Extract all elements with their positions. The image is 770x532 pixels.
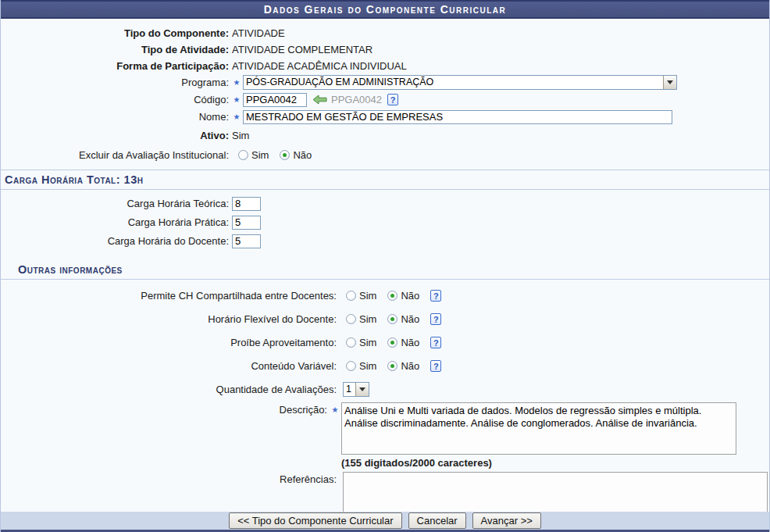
quantidade-avaliacoes-label: Quantidade de Avaliações:: [1, 384, 337, 395]
descricao-char-counter: (155 digitados/2000 caracteres): [341, 457, 769, 469]
excluir-avaliacao-label: Excluir da Avaliação Institucional:: [1, 149, 229, 161]
cancel-button[interactable]: Cancelar: [408, 512, 466, 529]
proibe-aproveitamento-radio-nao-label: Não: [401, 337, 419, 348]
programa-label: Programa:: [1, 77, 229, 88]
ch-pratica-input[interactable]: [232, 216, 261, 230]
field-tipo-componente: Tipo do Componente: ATIVIDADE: [1, 26, 769, 41]
field-proibe-aproveitamento: Proíbe Aproveitamento: Sim Não ?: [1, 335, 769, 350]
excluir-avaliacao-radio-nao[interactable]: [280, 150, 290, 160]
field-ch-pratica: Carga Horária Prática:: [1, 215, 769, 230]
field-ch-docente: Carga Horária do Docente:: [1, 234, 769, 248]
footer-action-bar: << Tipo do Componente Curricular Cancela…: [1, 512, 769, 532]
horario-flexivel-radio-sim[interactable]: [346, 314, 356, 324]
field-codigo: Código: ★ PPGA0042 ?: [1, 92, 769, 107]
conteudo-variavel-radio-nao[interactable]: [387, 361, 397, 371]
chevron-down-icon: [359, 387, 365, 391]
tipo-atividade-value: ATIVIDADE COMPLEMENTAR: [232, 44, 373, 55]
field-permite-ch-compartilhada: Permite CH Compartilhada entre Docentes:…: [1, 288, 769, 303]
help-icon[interactable]: ?: [387, 94, 398, 105]
conteudo-variavel-radio-sim[interactable]: [346, 361, 356, 371]
advance-button[interactable]: Avançar >>: [472, 512, 541, 529]
programa-selected-value: PÓS-GRADUAÇÃO EM ADMINISTRAÇÃO: [244, 76, 663, 89]
section-carga-horaria-title: Carga Horária Total: 13h: [1, 170, 769, 190]
forma-participacao-value: ATIVIDADE ACADÊMICA INDIVIDUAL: [232, 60, 407, 72]
horario-flexivel-radio-sim-label: Sim: [359, 313, 376, 325]
help-icon[interactable]: ?: [430, 360, 441, 372]
excluir-avaliacao-radio-sim[interactable]: [238, 150, 248, 160]
descricao-textarea[interactable]: Análise Uni e Multi variada de dados. Mo…: [341, 402, 736, 455]
field-quantidade-avaliacoes: Quantidade de Avaliações: 1: [1, 382, 769, 397]
ch-docente-label: Carga Horária do Docente:: [1, 235, 229, 247]
ch-teorica-label: Carga Horária Teórica:: [1, 198, 229, 209]
field-descricao: Descrição: ★ Análise Uni e Multi variada…: [1, 402, 769, 455]
forma-participacao-label: Forma de Participação:: [1, 60, 229, 72]
page-title: Dados Gerais do Componente Curricular: [1, 0, 769, 19]
referencias-label: Referências:: [1, 472, 337, 485]
back-tipo-componente-button[interactable]: << Tipo do Componente Curricular: [229, 512, 401, 529]
required-star-icon: ★: [330, 402, 340, 414]
help-icon[interactable]: ?: [430, 313, 441, 325]
ativo-value: Sim: [232, 130, 249, 141]
codigo-suggestion: PPGA0042: [331, 94, 382, 105]
required-star-icon: ★: [232, 78, 241, 87]
codigo-input[interactable]: [243, 93, 307, 107]
ch-pratica-label: Carga Horária Prática:: [1, 216, 229, 228]
field-nome: Nome: ★: [1, 109, 769, 124]
component-form: Tipo do Componente: ATIVIDADE Tipo de At…: [1, 19, 769, 527]
excluir-avaliacao-radio-sim-label: Sim: [251, 149, 269, 161]
arrow-left-icon: [312, 95, 327, 105]
chevron-down-icon: [667, 80, 673, 84]
permite-ch-radio-nao-label: Não: [401, 290, 419, 302]
field-conteudo-variavel: Conteúdo Variável: Sim Não ?: [1, 359, 769, 373]
programa-select[interactable]: PÓS-GRADUAÇÃO EM ADMINISTRAÇÃO: [243, 75, 677, 90]
descricao-label: Descrição:: [1, 402, 327, 416]
horario-flexivel-label: Horário Flexível do Docente:: [1, 313, 337, 325]
quantidade-avaliacoes-value: 1: [344, 383, 355, 396]
programa-dropdown-button[interactable]: [663, 76, 676, 89]
conteudo-variavel-label: Conteúdo Variável:: [1, 360, 337, 372]
ativo-label: Ativo:: [1, 130, 229, 141]
permite-ch-label: Permite CH Compartilhada entre Docentes:: [1, 290, 337, 302]
tipo-componente-value: ATIVIDADE: [232, 27, 285, 39]
field-forma-participacao: Forma de Participação: ATIVIDADE ACADÊMI…: [1, 59, 769, 73]
field-ativo: Ativo: Sim: [1, 128, 769, 143]
conteudo-variavel-radio-nao-label: Não: [401, 360, 419, 372]
field-horario-flexivel: Horário Flexível do Docente: Sim Não ?: [1, 312, 769, 327]
permite-ch-radio-sim-label: Sim: [359, 290, 376, 302]
permite-ch-radio-sim[interactable]: [346, 291, 356, 301]
horario-flexivel-radio-nao[interactable]: [387, 314, 397, 324]
required-star-icon: ★: [232, 95, 241, 104]
proibe-aproveitamento-radio-nao[interactable]: [387, 337, 397, 348]
excluir-avaliacao-radio-nao-label: Não: [293, 149, 312, 161]
ch-teorica-input[interactable]: [232, 197, 261, 211]
tipo-componente-label: Tipo do Componente:: [1, 27, 229, 39]
horario-flexivel-radio-nao-label: Não: [401, 313, 419, 325]
field-programa: Programa: ★ PÓS-GRADUAÇÃO EM ADMINISTRAÇ…: [1, 75, 769, 90]
help-icon[interactable]: ?: [430, 337, 441, 348]
field-ch-teorica: Carga Horária Teórica:: [1, 196, 769, 211]
field-tipo-atividade: Tipo de Atividade: ATIVIDADE COMPLEMENTA…: [1, 42, 769, 57]
section-outras-informacoes-title: Outras informações: [1, 260, 769, 280]
help-icon[interactable]: ?: [430, 290, 441, 302]
ch-docente-input[interactable]: [232, 234, 261, 248]
nome-input[interactable]: [243, 110, 672, 124]
field-excluir-avaliacao: Excluir da Avaliação Institucional: Sim …: [1, 148, 769, 162]
component-general-data-page: Dados Gerais do Componente Curricular Ti…: [0, 0, 770, 532]
permite-ch-radio-nao[interactable]: [387, 291, 397, 301]
required-star-icon: ★: [232, 112, 241, 121]
quantidade-avaliacoes-select[interactable]: 1: [343, 382, 369, 397]
proibe-aproveitamento-label: Proíbe Aproveitamento:: [1, 337, 337, 348]
codigo-label: Código:: [1, 94, 229, 105]
proibe-aproveitamento-radio-sim[interactable]: [346, 337, 356, 348]
quantidade-dropdown-button[interactable]: [355, 383, 369, 396]
proibe-aproveitamento-radio-sim-label: Sim: [359, 337, 376, 348]
nome-label: Nome:: [1, 111, 229, 123]
conteudo-variavel-radio-sim-label: Sim: [359, 360, 376, 372]
tipo-atividade-label: Tipo de Atividade:: [1, 44, 229, 55]
